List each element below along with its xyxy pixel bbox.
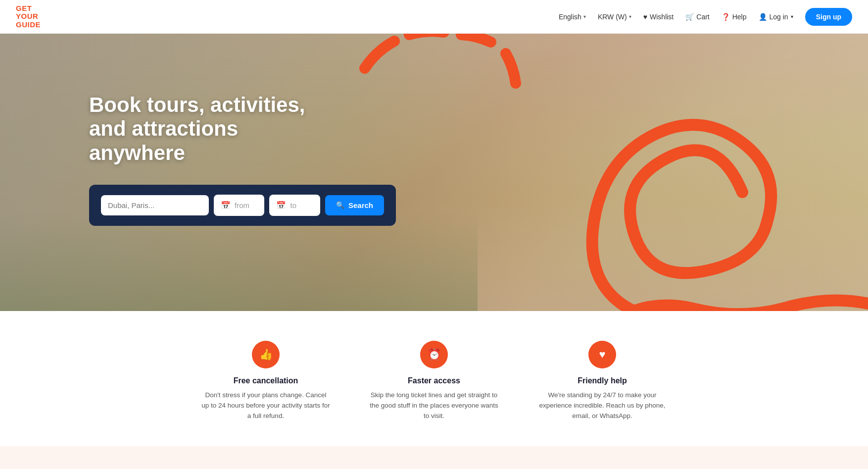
features-section: 👍 Free cancellation Don't stress if your… bbox=[0, 311, 868, 446]
to-date-picker[interactable]: 📅 to bbox=[269, 195, 320, 216]
feature-friendly-help: ♥ Friendly help We're standing by 24/7 t… bbox=[538, 341, 667, 421]
clock-icon: ⏰ bbox=[420, 341, 448, 368]
logo-line3: GUIDE bbox=[16, 21, 41, 29]
feature-desc-1: Skip the long ticket lines and get strai… bbox=[370, 390, 498, 421]
nav-right: English ▾ KRW (W) ▾ ♥ Wishlist 🛒 Cart ❓ … bbox=[559, 8, 852, 26]
heart-icon: ♥ bbox=[643, 13, 647, 21]
feature-desc-2: We're standing by 24/7 to make your expe… bbox=[538, 390, 667, 421]
feature-title-1: Faster access bbox=[408, 376, 460, 385]
language-label: English bbox=[559, 13, 581, 21]
navbar: GET YOUR GUIDE English ▾ KRW (W) ▾ ♥ Wis… bbox=[0, 0, 868, 34]
explore-section: Explore our top destinations bbox=[0, 446, 868, 469]
logo-line2: YOUR bbox=[16, 12, 41, 21]
to-label: to bbox=[290, 201, 296, 209]
logo[interactable]: GET YOUR GUIDE bbox=[16, 4, 41, 29]
wishlist-button[interactable]: ♥ Wishlist bbox=[643, 13, 674, 21]
signup-button[interactable]: Sign up bbox=[805, 8, 852, 26]
feature-faster-access: ⏰ Faster access Skip the long ticket lin… bbox=[370, 341, 498, 421]
hero-content: Book tours, activities, and attractions … bbox=[0, 34, 868, 226]
cart-label: Cart bbox=[696, 13, 709, 21]
calendar-to-icon: 📅 bbox=[276, 201, 286, 210]
login-button[interactable]: 👤 Log in ▾ bbox=[759, 13, 793, 21]
logo-line1: GET bbox=[16, 4, 41, 13]
language-selector[interactable]: English ▾ bbox=[559, 13, 586, 21]
language-chevron-icon: ▾ bbox=[583, 14, 586, 19]
feature-title-0: Free cancellation bbox=[234, 376, 298, 385]
feature-desc-0: Don't stress if your plans change. Cance… bbox=[201, 390, 330, 421]
from-date-picker[interactable]: 📅 from bbox=[214, 195, 264, 216]
search-icon: 🔍 bbox=[336, 201, 344, 209]
currency-chevron-icon: ▾ bbox=[629, 14, 631, 19]
currency-label: KRW (W) bbox=[598, 13, 627, 21]
thumbsup-icon: 👍 bbox=[252, 341, 280, 368]
currency-selector[interactable]: KRW (W) ▾ bbox=[598, 13, 631, 21]
search-button-label: Search bbox=[348, 201, 373, 209]
help-icon: ❓ bbox=[722, 13, 730, 21]
feature-title-2: Friendly help bbox=[578, 376, 627, 385]
user-icon: 👤 bbox=[759, 13, 767, 21]
hero-section: Book tours, activities, and attractions … bbox=[0, 34, 868, 311]
search-bar: 📅 from 📅 to 🔍 Search bbox=[89, 185, 396, 226]
help-button[interactable]: ❓ Help bbox=[722, 13, 747, 21]
cart-icon: 🛒 bbox=[685, 13, 694, 21]
search-button[interactable]: 🔍 Search bbox=[325, 195, 384, 215]
login-chevron-icon: ▾ bbox=[791, 14, 793, 19]
heart-circle-icon: ♥ bbox=[588, 341, 616, 368]
feature-free-cancellation: 👍 Free cancellation Don't stress if your… bbox=[201, 341, 330, 421]
help-label: Help bbox=[732, 13, 747, 21]
destination-input[interactable] bbox=[101, 195, 209, 215]
wishlist-label: Wishlist bbox=[650, 13, 674, 21]
login-label: Log in bbox=[770, 13, 788, 21]
cart-button[interactable]: 🛒 Cart bbox=[685, 13, 709, 21]
hero-title: Book tours, activities, and attractions … bbox=[89, 93, 327, 165]
from-label: from bbox=[235, 201, 249, 209]
calendar-icon: 📅 bbox=[221, 201, 231, 210]
